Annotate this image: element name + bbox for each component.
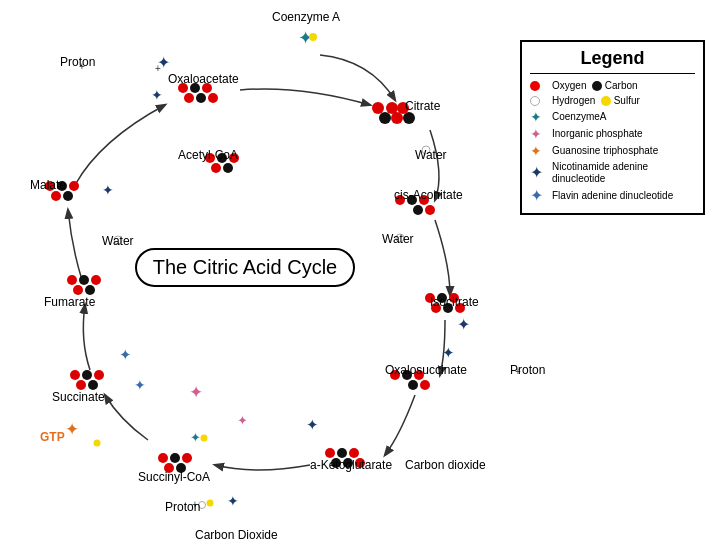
nad-label: Nicotinamide adenine dinucleotide xyxy=(552,161,695,185)
succinate-label: Succinate xyxy=(52,390,105,404)
proton3-label: Proton xyxy=(60,55,95,69)
legend-title: Legend xyxy=(530,48,695,74)
fad-label: Flavin adenine dinucleotide xyxy=(552,190,673,202)
nad-oxalo-icon: ✦ xyxy=(442,344,455,361)
svg-point-4 xyxy=(391,112,403,124)
svg-point-59 xyxy=(223,163,233,173)
carbon-circle xyxy=(592,81,602,91)
water2-label: Water xyxy=(382,232,414,246)
oxalosuccinate-label: Oxalosuccinate xyxy=(385,363,467,377)
svg-point-48 xyxy=(63,191,73,201)
proton1-label: Proton xyxy=(510,363,545,377)
legend-fad: ✦ Flavin adenine dinucleotide xyxy=(530,188,695,204)
acetyl-coa-label: Acetyl-CoA xyxy=(178,148,238,162)
water3-label: Water xyxy=(102,234,134,248)
fad-star: ✦ xyxy=(530,188,552,204)
water1-label: Water xyxy=(415,148,447,162)
svg-point-29 xyxy=(158,453,168,463)
nad-oxaloacetate-icon: ✦ xyxy=(151,87,163,103)
nad-malate-icon: ✦ xyxy=(102,182,114,198)
gdp-icon: ✦ xyxy=(189,383,203,402)
svg-point-30 xyxy=(170,453,180,463)
svg-point-36 xyxy=(82,370,92,380)
coa-succinyl-icon: ✦ xyxy=(190,430,201,445)
legend-nad: ✦ Nicotinamide adenine dinucleotide xyxy=(530,161,695,185)
carbon-dioxide1-label: Carbon dioxide xyxy=(405,458,486,472)
svg-point-66 xyxy=(94,440,101,447)
gtp-label: GTP xyxy=(40,430,65,444)
carbon-label: Carbon xyxy=(605,80,638,92)
svg-point-47 xyxy=(69,181,79,191)
hydrogen-label: Hydrogen xyxy=(552,95,595,107)
svg-point-24 xyxy=(337,448,347,458)
legend-coenzyme: ✦ CoenzymeA xyxy=(530,110,695,124)
svg-point-39 xyxy=(76,380,86,390)
svg-point-1 xyxy=(372,102,384,114)
succinyl-coa-label: Succinyl-CoA xyxy=(138,470,210,484)
legend-gtp: ✦ Guanosine triphosphate xyxy=(530,144,695,158)
svg-point-21 xyxy=(408,380,418,390)
svg-point-11 xyxy=(425,205,435,215)
coenzyme-star: ✦ xyxy=(530,110,552,124)
gdp2-icon: ✦ xyxy=(237,413,248,428)
nad-isocitrate-icon: ✦ xyxy=(457,316,470,333)
sulfur-circle xyxy=(601,96,611,106)
a-ketoglutarate-label: a-Ketoglutarate xyxy=(310,458,392,472)
fad-succinate-icon: ✦ xyxy=(119,346,132,363)
gtp-star: ✦ xyxy=(530,144,552,158)
svg-point-41 xyxy=(79,275,89,285)
sulfur-label: Sulfur xyxy=(614,95,640,107)
coenzyme-label: CoenzymeA xyxy=(552,111,606,123)
svg-point-23 xyxy=(325,448,335,458)
svg-point-25 xyxy=(349,448,359,458)
svg-point-22 xyxy=(420,380,430,390)
oxygen-label: Oxygen xyxy=(552,80,586,92)
svg-point-10 xyxy=(413,205,423,215)
svg-point-37 xyxy=(94,370,104,380)
nad-ketoglutarate-icon: ✦ xyxy=(306,416,319,433)
svg-point-31 xyxy=(182,453,192,463)
svg-point-43 xyxy=(85,285,95,295)
nad-star: ✦ xyxy=(530,165,552,181)
citrate-label: Citrate xyxy=(405,99,440,113)
isocitrate-label: Isocitrate xyxy=(430,295,479,309)
coenzyme-a-label: Coenzyme A xyxy=(272,10,340,24)
svg-point-38 xyxy=(88,380,98,390)
svg-point-35 xyxy=(70,370,80,380)
nad-topleft-icon: ✦ xyxy=(157,54,170,71)
svg-point-54 xyxy=(208,93,218,103)
carbon-dioxide2-label: Carbon Dioxide xyxy=(195,528,278,542)
svg-point-49 xyxy=(51,191,61,201)
svg-point-34 xyxy=(201,435,208,442)
svg-point-60 xyxy=(211,163,221,173)
svg-point-42 xyxy=(91,275,101,285)
svg-point-40 xyxy=(67,275,77,285)
svg-point-55 xyxy=(184,93,194,103)
cis-aconitate-label: cis-Aconitate xyxy=(394,188,463,202)
inorganic-star: ✦ xyxy=(530,127,552,141)
svg-point-53 xyxy=(196,93,206,103)
svg-point-0 xyxy=(309,33,317,41)
svg-point-44 xyxy=(73,285,83,295)
gtp-icon: ✦ xyxy=(65,420,79,439)
fumarate-label: Fumarate xyxy=(44,295,95,309)
cycle-title: The Citric Acid Cycle xyxy=(135,248,355,287)
nad-bottom-icon: ✦ xyxy=(227,493,239,509)
legend-box: Legend Oxygen Carbon Hydrogen Sulfur ✦ C… xyxy=(520,40,705,215)
fad2-icon: ✦ xyxy=(134,377,146,393)
gtp-legend-label: Guanosine triphosphate xyxy=(552,145,658,157)
main-canvas: ✦ ✦ ✦ xyxy=(0,0,713,560)
hydrogen-circle xyxy=(530,96,540,106)
legend-oxygen: Oxygen Carbon xyxy=(530,80,695,92)
legend-hydrogen: Hydrogen Sulfur xyxy=(530,95,695,107)
inorganic-label: Inorganic phosphate xyxy=(552,128,643,140)
legend-inorganic: ✦ Inorganic phosphate xyxy=(530,127,695,141)
oxaloacetate-label: Oxaloacetate xyxy=(168,72,239,86)
svg-point-3 xyxy=(379,112,391,124)
svg-point-5 xyxy=(403,112,415,124)
svg-point-65 xyxy=(207,500,214,507)
malate-label: Malate xyxy=(30,178,66,192)
proton2-label: Proton xyxy=(165,500,200,514)
oxygen-circle xyxy=(530,81,540,91)
